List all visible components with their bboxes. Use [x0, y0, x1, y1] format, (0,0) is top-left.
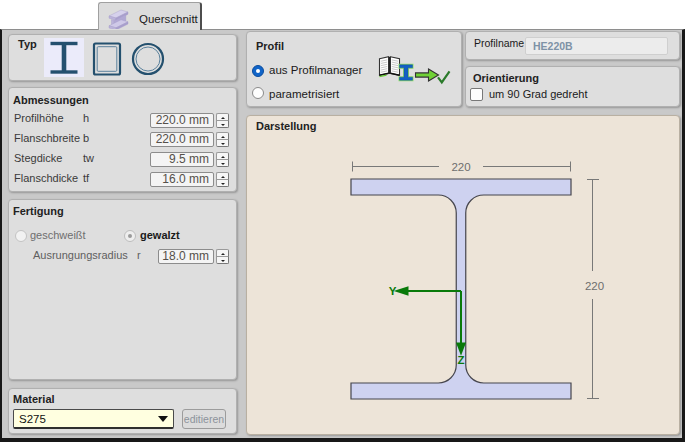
svg-text:220: 220: [451, 161, 470, 173]
svg-text:Z: Z: [457, 354, 464, 366]
svg-text:220: 220: [585, 280, 604, 292]
svg-text:Y: Y: [389, 285, 397, 297]
